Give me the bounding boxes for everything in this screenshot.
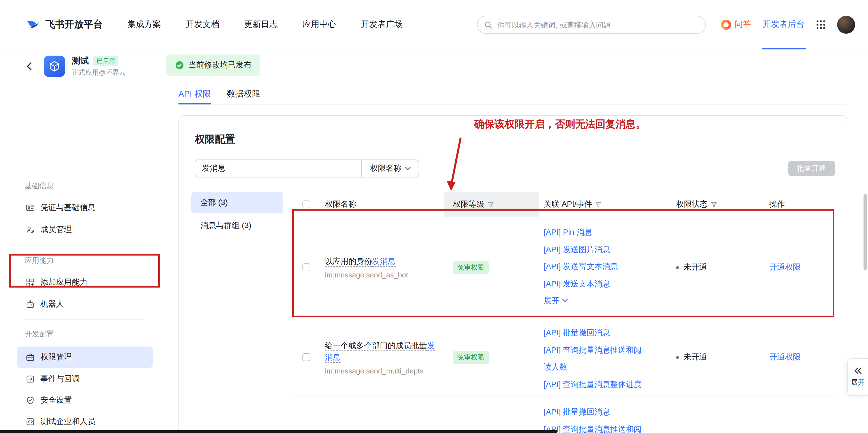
table-row: 以应用的身份发消息 im:message:send_as_bot 免审权限 [A…	[295, 217, 835, 318]
sidebar-item-members[interactable]: 成员管理	[17, 219, 153, 240]
filter-icon[interactable]	[488, 201, 494, 207]
sidebar: 基础信息 凭证与基础信息 成员管理 应用能力	[0, 83, 159, 433]
nav-item-app-center[interactable]: 应用中心	[303, 19, 336, 30]
sidebar-section-capabilities: 应用能力	[25, 256, 54, 266]
bulk-enable-button[interactable]: 批量开通	[788, 161, 835, 176]
status-text: 未开通	[683, 352, 707, 362]
api-link[interactable]: [API] 发送图片消息	[544, 241, 649, 258]
side-expand-button[interactable]: 展开	[847, 358, 868, 396]
permission-tabs: API 权限 数据权限	[179, 84, 847, 105]
top-navbar: 飞书开放平台 集成方案 开发文档 更新日志 应用中心 开发者广场 问答 开发者后…	[0, 0, 868, 50]
sidebar-item-add-capability[interactable]: 添加应用能力	[17, 272, 153, 293]
chevron-down-icon	[405, 167, 410, 170]
enable-permission-link[interactable]: 开通权限	[769, 352, 801, 362]
api-list: [API] 批量撤回消息 [API] 查询批量消息推送和阅读	[539, 397, 672, 433]
app-subtitle: 正式应用@环界云	[72, 68, 126, 77]
api-link[interactable]: [API] 批量撤回消息	[544, 403, 649, 421]
enable-permission-link[interactable]: 开通权限	[769, 262, 801, 272]
permission-search-input[interactable]	[195, 164, 361, 173]
col-header-label: 权限等级	[453, 199, 484, 209]
global-search-input[interactable]	[497, 21, 699, 29]
qa-label: 问答	[735, 19, 751, 30]
sidebar-item-bot[interactable]: 机器人	[17, 294, 153, 315]
shield-check-icon	[26, 396, 35, 405]
filter-icon[interactable]	[596, 201, 602, 207]
col-header-name: 权限名称	[318, 192, 444, 217]
sidebar-section-dev-config: 开发配置	[25, 329, 54, 339]
feishu-logo-text: 飞书开放平台	[45, 18, 103, 31]
sidebar-item-test-org[interactable]: 测试企业和人员	[17, 411, 153, 432]
level-badge: 免审权限	[453, 261, 489, 274]
feishu-logo-icon	[25, 17, 40, 32]
api-link[interactable]: [API] 发送富文本消息	[544, 258, 649, 275]
nav-item-developer-console[interactable]: 开发者后台	[763, 0, 805, 49]
side-expand-label: 展开	[851, 378, 865, 387]
table-row: 给多个用户批量发消息 [API] 批量撤回消息 [API] 查询批量消息推送和阅…	[295, 397, 835, 433]
permission-name-keyword: 发消息	[372, 257, 396, 266]
category-message-group[interactable]: 消息与群组 (3)	[191, 215, 283, 236]
search-field-selector[interactable]: 权限名称	[361, 160, 418, 177]
sidebar-item-label: 安全设置	[40, 395, 72, 405]
nav-item-docs[interactable]: 开发文档	[186, 19, 219, 30]
status-text: 未开通	[683, 262, 707, 272]
api-link[interactable]: [API] 查询批量消息推送和阅读	[544, 421, 649, 433]
sidebar-item-label: 凭证与基础信息	[40, 203, 95, 213]
apps-grid-icon[interactable]	[816, 19, 826, 29]
check-circle-icon	[175, 61, 184, 70]
nav-item-dev-plaza[interactable]: 开发者广场	[361, 19, 403, 30]
tab-label: 数据权限	[227, 89, 260, 99]
nav-item-changelog[interactable]: 更新日志	[244, 19, 278, 30]
col-header-label: 操作	[769, 199, 785, 209]
api-link[interactable]: [API] 查询批量消息整体进度	[544, 375, 649, 393]
sidebar-item-permissions[interactable]: 权限管理	[17, 347, 153, 368]
select-all-checkbox[interactable]	[303, 201, 310, 208]
vertical-scrollbar[interactable]	[864, 194, 867, 270]
tab-api-permissions[interactable]: API 权限	[179, 84, 211, 104]
api-link[interactable]: [API] Pin 消息	[544, 224, 649, 241]
app-header: 测试 已启用 正式应用@环界云 当前修改均已发布	[0, 50, 868, 83]
back-button[interactable]	[24, 60, 36, 73]
primary-nav: 集成方案 开发文档 更新日志 应用中心 开发者广场	[127, 19, 403, 30]
api-link[interactable]: [API] 批量撤回消息	[544, 324, 649, 341]
permission-config-card: 权限配置 权限名称 批量开通 全部 (3) 消息与群组 (3) 权限名称	[179, 115, 847, 433]
qa-link[interactable]: 问答	[721, 19, 751, 30]
sidebar-section-basic-info: 基础信息	[25, 181, 54, 191]
global-search[interactable]	[477, 16, 706, 34]
active-nav-underline	[762, 48, 805, 49]
user-avatar[interactable]	[837, 16, 855, 33]
tab-data-permissions[interactable]: 数据权限	[227, 84, 260, 104]
row-checkbox[interactable]	[303, 263, 310, 271]
sidebar-item-credentials[interactable]: 凭证与基础信息	[17, 197, 153, 219]
code-box-icon	[26, 417, 35, 426]
page-title: 权限配置	[195, 133, 235, 146]
api-link[interactable]: [API] 查询批量消息推送和阅读人数	[544, 341, 649, 375]
col-header-status: 权限状态	[672, 192, 762, 217]
double-chevron-left-icon	[854, 367, 862, 374]
category-all[interactable]: 全部 (3)	[191, 192, 283, 213]
col-header-api: 关联 API/事件	[539, 192, 672, 217]
briefcase-icon	[26, 353, 35, 362]
sidebar-divider	[25, 245, 143, 246]
feishu-logo[interactable]: 飞书开放平台	[25, 17, 103, 32]
sidebar-item-security[interactable]: 安全设置	[17, 390, 153, 411]
search-field-label: 权限名称	[370, 164, 401, 174]
nav-item-integration[interactable]: 集成方案	[127, 19, 161, 30]
nav-right-cluster: 问答 开发者后台	[721, 0, 855, 49]
row-checkbox[interactable]	[303, 353, 310, 361]
sidebar-item-label: 机器人	[40, 299, 64, 310]
api-list: [API] 批量撤回消息 [API] 查询批量消息推送和阅读人数 [API] 查…	[539, 318, 672, 397]
sidebar-item-events[interactable]: 事件与回调	[17, 368, 153, 390]
col-header-level: 权限等级	[444, 192, 539, 217]
expand-apis-link[interactable]: 展开	[544, 292, 649, 309]
category-list: 全部 (3) 消息与群组 (3)	[191, 192, 283, 238]
api-link[interactable]: [API] 发送文本消息	[544, 275, 649, 292]
filter-icon[interactable]	[711, 201, 717, 207]
page: 飞书开放平台 集成方案 开发文档 更新日志 应用中心 开发者广场 问答 开发者后…	[0, 0, 868, 433]
sidebar-item-label: 添加应用能力	[40, 278, 88, 288]
table-row: 给一个或多个部门的成员批量发消息 im:message:send_multi_d…	[295, 318, 835, 397]
permission-name[interactable]: 给一个或多个部门的成员批量发消息	[325, 340, 438, 363]
tab-label: API 权限	[179, 89, 211, 99]
grid-plus-icon	[26, 278, 35, 287]
col-header-label: 权限状态	[676, 199, 708, 209]
permission-name[interactable]: 以应用的身份发消息	[325, 256, 438, 267]
